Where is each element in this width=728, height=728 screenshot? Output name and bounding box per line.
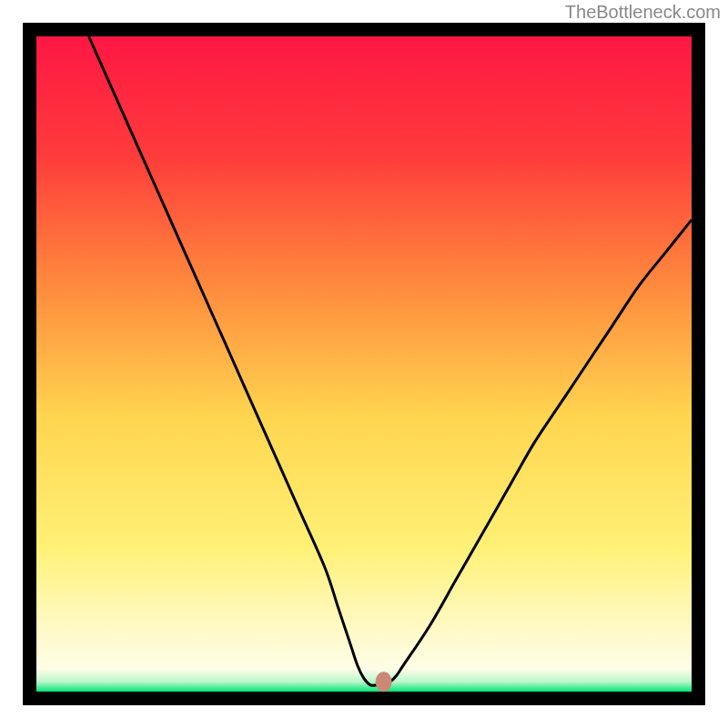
gradient-background bbox=[36, 36, 692, 692]
plot-svg bbox=[23, 23, 705, 705]
marker-dot bbox=[376, 672, 392, 692]
chart-container: TheBottleneck.com bbox=[0, 0, 728, 728]
plot-frame bbox=[23, 23, 705, 705]
watermark-text: TheBottleneck.com bbox=[565, 2, 721, 23]
